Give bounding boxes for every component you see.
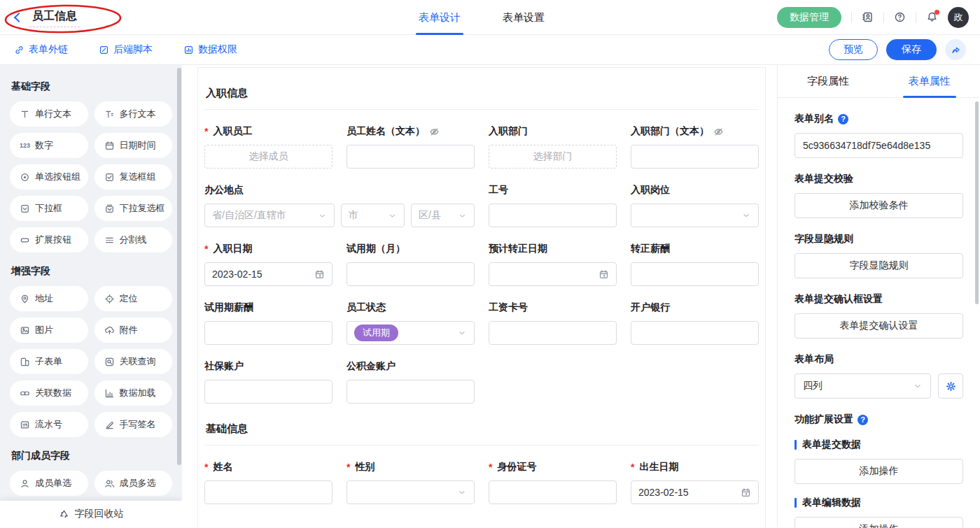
- picker-box[interactable]: 选择成员: [204, 145, 332, 169]
- layout-select[interactable]: 四列: [794, 373, 931, 399]
- field-pill-label: 分割线: [120, 234, 147, 246]
- preview-button[interactable]: 预览: [829, 39, 878, 60]
- field-pill[interactable]: 复选框组: [94, 164, 173, 190]
- form-field[interactable]: *身份证号: [489, 461, 617, 504]
- field-pill[interactable]: 定位: [94, 286, 173, 311]
- form-field[interactable]: 公积金账户: [346, 360, 475, 404]
- toolbar-link[interactable]: 表单外链: [14, 43, 68, 56]
- select-box[interactable]: [346, 480, 475, 504]
- form-field[interactable]: 社保账户: [204, 360, 332, 404]
- panel-action-button[interactable]: 字段显隐规则: [794, 253, 963, 278]
- back-button[interactable]: 员工信息: [11, 8, 80, 27]
- toolbar-link[interactable]: 后端脚本: [99, 43, 153, 56]
- form-alias-input[interactable]: [794, 133, 963, 158]
- field-pill[interactable]: 成员单选: [10, 471, 88, 496]
- field-pill[interactable]: 多行文本: [94, 101, 173, 127]
- panel-action-button[interactable]: 表单提交确认设置: [794, 313, 963, 338]
- data-manage-button[interactable]: 数据管理: [777, 7, 841, 28]
- field-pill[interactable]: 附件: [94, 317, 173, 343]
- address-select[interactable]: 省/自治区/直辖市: [204, 204, 335, 227]
- date-input[interactable]: 2023-02-15: [204, 262, 332, 286]
- picker-box[interactable]: 选择部门: [489, 145, 617, 169]
- field-recycle-bin[interactable]: 字段回收站: [0, 501, 182, 527]
- share-button[interactable]: [945, 39, 966, 60]
- toolbar-link-label: 表单外链: [29, 43, 68, 56]
- form-field[interactable]: 入职部门（文本）: [631, 125, 759, 169]
- panel-scrollbar[interactable]: [975, 101, 979, 304]
- field-pill[interactable]: 关联查询: [94, 349, 173, 374]
- field-pill[interactable]: 分割线: [94, 227, 173, 252]
- add-action-button[interactable]: 添加操作: [794, 517, 963, 528]
- field-pill[interactable]: 手写签名: [94, 412, 173, 437]
- text-input[interactable]: [346, 145, 475, 169]
- form-field[interactable]: 办公地点省/自治区/直辖市市区/县: [204, 184, 475, 227]
- header-tab-1[interactable]: 表单设计: [419, 0, 461, 35]
- form-field[interactable]: *出生日期2023-02-15: [631, 461, 759, 504]
- field-pill[interactable]: 日期时间: [94, 133, 173, 158]
- help-icon[interactable]: [894, 11, 906, 23]
- text-input[interactable]: [346, 262, 475, 286]
- page-title[interactable]: 员工信息: [29, 8, 80, 27]
- address-select[interactable]: 区/县: [411, 204, 475, 227]
- panel-action-button[interactable]: 添加校验条件: [794, 193, 963, 218]
- form-field[interactable]: 试用期（月）: [346, 243, 475, 286]
- form-field[interactable]: *入职员工选择成员: [204, 125, 332, 169]
- field-pill[interactable]: 下拉复选框: [94, 196, 173, 221]
- form-field[interactable]: *性别: [346, 461, 475, 504]
- help-icon[interactable]: ?: [858, 415, 868, 425]
- field-pill[interactable]: 图片: [10, 317, 88, 343]
- header-tab-2[interactable]: 表单设置: [503, 0, 545, 35]
- bell-icon[interactable]: [926, 11, 938, 23]
- form-field[interactable]: 工号: [489, 184, 617, 227]
- text-input[interactable]: [346, 380, 475, 404]
- form-field[interactable]: 员工状态试用期: [346, 301, 475, 345]
- text-input[interactable]: [204, 480, 332, 504]
- contacts-icon[interactable]: [862, 11, 874, 23]
- text-input[interactable]: [489, 204, 617, 227]
- text-input[interactable]: [631, 262, 759, 286]
- field-pill[interactable]: 数据加载: [94, 380, 173, 406]
- layout-settings-button[interactable]: [938, 373, 963, 399]
- sidebar-section-title: 部门成员字段: [11, 450, 171, 462]
- help-icon[interactable]: ?: [838, 114, 848, 124]
- save-button[interactable]: 保存: [886, 39, 937, 60]
- text-input[interactable]: [489, 321, 617, 345]
- text-input[interactable]: [204, 380, 332, 404]
- field-pill[interactable]: 流水号: [10, 412, 88, 437]
- field-pill[interactable]: 成员多选: [94, 471, 173, 496]
- field-pill[interactable]: 扩展按钮: [10, 227, 88, 252]
- field-pill[interactable]: 单选按钮组: [10, 164, 88, 190]
- form-field[interactable]: *姓名: [204, 461, 332, 504]
- field-pill[interactable]: 单行文本: [10, 101, 88, 127]
- form-field[interactable]: 试用期薪酬: [204, 301, 332, 345]
- form-field[interactable]: 开户银行: [631, 301, 759, 345]
- form-field[interactable]: *入职日期2023-02-15: [204, 243, 332, 286]
- text-input[interactable]: [631, 321, 759, 345]
- sidebar-scrollbar[interactable]: [177, 68, 181, 465]
- chevron-down-icon: [388, 211, 397, 220]
- panel-tab-2[interactable]: 表单属性: [879, 65, 980, 97]
- field-pill[interactable]: 关联数据: [10, 380, 88, 406]
- text-input[interactable]: [489, 480, 617, 504]
- avatar[interactable]: 政: [948, 7, 969, 28]
- select-box[interactable]: 试用期: [346, 321, 475, 345]
- date-input[interactable]: 2023-02-15: [631, 480, 759, 504]
- text-input[interactable]: [204, 321, 332, 345]
- panel-tab-1[interactable]: 字段属性: [778, 65, 879, 97]
- form-field[interactable]: 入职部门选择部门: [489, 125, 617, 169]
- form-field[interactable]: 入职岗位: [631, 184, 759, 227]
- date-input[interactable]: [489, 262, 617, 286]
- form-field[interactable]: 预计转正日期: [489, 243, 617, 286]
- select-box[interactable]: [631, 204, 759, 227]
- text-input[interactable]: [631, 145, 759, 169]
- field-pill[interactable]: 子表单: [10, 349, 88, 374]
- field-pill[interactable]: 地址: [10, 286, 88, 311]
- field-pill[interactable]: 123数字: [10, 133, 88, 158]
- field-pill[interactable]: 下拉框: [10, 196, 88, 221]
- form-field[interactable]: 工资卡号: [489, 301, 617, 345]
- form-field[interactable]: 员工姓名（文本）: [346, 125, 475, 169]
- toolbar-link[interactable]: 数据权限: [183, 43, 237, 56]
- form-field[interactable]: 转正薪酬: [631, 243, 759, 286]
- address-select[interactable]: 市: [341, 204, 405, 227]
- add-action-button[interactable]: 添加操作: [794, 459, 963, 484]
